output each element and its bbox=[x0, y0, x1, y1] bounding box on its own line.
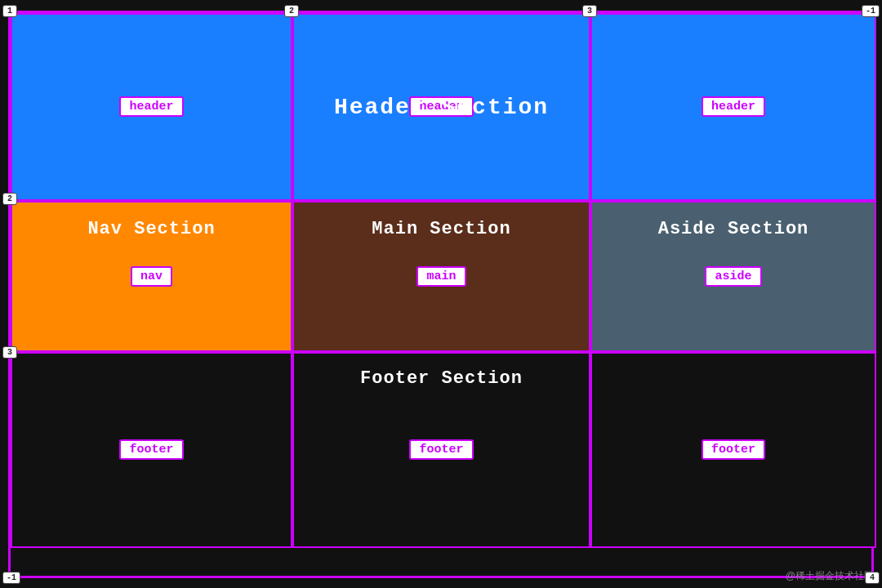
header-cell-2: Header Section header bbox=[292, 13, 590, 201]
header-cell-1: header bbox=[11, 13, 292, 201]
grid-marker-row3: 3 bbox=[2, 346, 17, 359]
header-cell-3: header bbox=[590, 13, 876, 201]
grid-marker-col3: 3 bbox=[582, 5, 597, 17]
footer-section-title: Footer Section bbox=[360, 368, 523, 389]
footer-cell-3: footer bbox=[590, 352, 876, 548]
footer-tag-3: footer bbox=[702, 439, 765, 460]
footer-cell-1: footer bbox=[11, 352, 292, 548]
main-section-title: Main Section bbox=[372, 219, 510, 239]
grid-marker-r1c1: 1 bbox=[2, 5, 17, 17]
main-tag: main bbox=[416, 266, 466, 287]
nav-cell: Nav Section nav bbox=[11, 201, 292, 352]
footer-cell-2: Footer Section footer bbox=[292, 352, 590, 548]
grid-marker-br: 4 bbox=[865, 572, 880, 584]
grid-marker-tr: -1 bbox=[862, 5, 880, 17]
footer-tag-1: footer bbox=[119, 439, 183, 460]
grid-marker-row2: 2 bbox=[2, 193, 17, 205]
aside-section-title: Aside Section bbox=[658, 219, 809, 239]
main-cell: Main Section main bbox=[292, 201, 590, 352]
watermark: @稀土掘金技术社区 bbox=[786, 569, 874, 583]
footer-tag-2: footer bbox=[409, 439, 473, 460]
header-tag-1: header bbox=[119, 96, 183, 117]
aside-cell: Aside Section aside bbox=[590, 201, 876, 352]
grid-container: header Header Section header header Nav … bbox=[8, 11, 874, 578]
aside-tag: aside bbox=[705, 266, 761, 287]
nav-section-title: Nav Section bbox=[87, 219, 215, 239]
nav-tag: nav bbox=[131, 266, 172, 287]
header-tag-3: header bbox=[702, 96, 765, 117]
grid-marker-col2: 2 bbox=[284, 5, 299, 17]
grid-marker-bl: -1 bbox=[2, 572, 20, 584]
header-section-title: Header Section bbox=[334, 94, 549, 119]
